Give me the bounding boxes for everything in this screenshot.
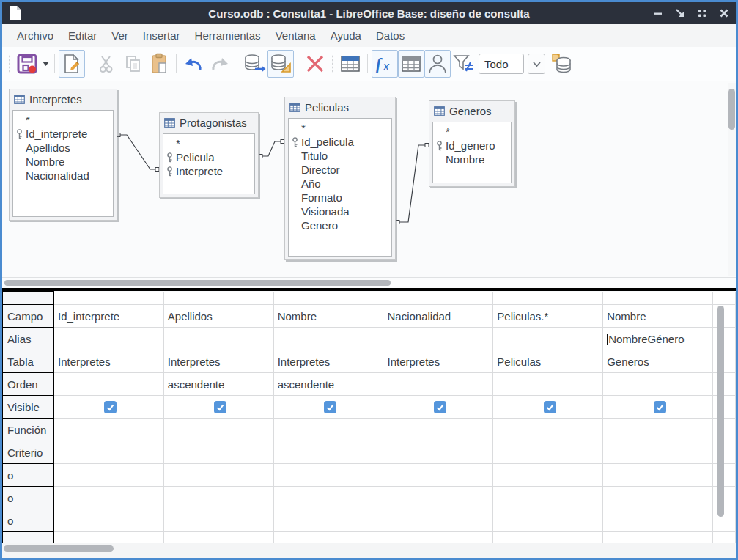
grid-cell-o2-4[interactable]: [493, 487, 603, 509]
grid-cell-tabla-0[interactable]: Interpretes: [53, 350, 163, 373]
table-field[interactable]: *: [289, 121, 391, 135]
grid-cell-funcion-2[interactable]: [273, 419, 383, 441]
scrollbar-thumb[interactable]: [728, 89, 735, 130]
redo-button[interactable]: [207, 50, 233, 78]
grid-cell-alias-5[interactable]: NombreGénero: [603, 328, 713, 350]
grid-cell-criterio-3[interactable]: [383, 441, 493, 464]
save-dropdown-arrow[interactable]: [40, 50, 51, 78]
menu-ver[interactable]: Ver: [104, 26, 136, 45]
table-header[interactable]: Protagonistas: [160, 113, 258, 132]
grid-cell-criterio-0[interactable]: [53, 441, 163, 464]
table-field[interactable]: Visionada: [289, 205, 391, 218]
design-view-button[interactable]: [267, 50, 294, 78]
clear-query-button[interactable]: [302, 50, 328, 78]
grid-cell-tabla-3[interactable]: Interpretes: [383, 350, 493, 373]
grid-cell-o1-0[interactable]: [53, 464, 163, 487]
table-field[interactable]: *: [163, 136, 254, 150]
grid-cell-funcion-4[interactable]: [493, 419, 603, 441]
grid-column-header[interactable]: [163, 292, 273, 305]
visible-checkbox-4[interactable]: [544, 401, 556, 413]
table-field[interactable]: Titulo: [289, 149, 391, 163]
grid-cell-o2-5[interactable]: [603, 487, 713, 509]
menu-archivo[interactable]: Archivo: [10, 26, 61, 45]
toolbar-grip[interactable]: [331, 54, 335, 73]
cut-button[interactable]: [93, 50, 119, 78]
table-field[interactable]: Id_interprete: [13, 127, 113, 141]
paste-button[interactable]: [146, 50, 172, 78]
grid-cell-o3-5[interactable]: [603, 509, 713, 532]
close-icon[interactable]: [718, 7, 730, 19]
menu-ayuda[interactable]: Ayuda: [323, 26, 369, 45]
grid-cell-o3-2[interactable]: [273, 509, 383, 532]
minimize-icon[interactable]: [652, 7, 664, 19]
table-header[interactable]: Generos: [429, 101, 514, 120]
scrollbar-thumb[interactable]: [4, 545, 114, 552]
grid-cell-orden-4[interactable]: [493, 373, 603, 396]
grid-cell-o3-4[interactable]: [493, 509, 603, 532]
grid-column-header[interactable]: [493, 292, 603, 305]
grid-cell-o1-5[interactable]: [603, 464, 713, 487]
grid-cell-o2-1[interactable]: [163, 487, 273, 509]
table-field[interactable]: Interprete: [163, 164, 254, 178]
grid-cell-campo-1[interactable]: Apellidos: [163, 305, 273, 328]
grid-cell-criterio-4[interactable]: [493, 441, 603, 464]
design-table-generos[interactable]: Generos * Id_genero Nombre: [429, 100, 515, 187]
grid-cell-o1-2[interactable]: [273, 464, 383, 487]
design-table-protagonistas[interactable]: Protagonistas * Pelicula Interprete: [159, 112, 259, 198]
table-field[interactable]: Formato: [289, 191, 391, 205]
grid-column-header[interactable]: [383, 292, 493, 305]
grid-cell-criterio-1[interactable]: [163, 441, 273, 464]
visible-checkbox-1[interactable]: [214, 401, 226, 413]
save-button[interactable]: [14, 50, 40, 78]
run-query-button[interactable]: [241, 50, 267, 78]
grid-cell-o1-3[interactable]: [383, 464, 493, 487]
grid-cell-o3-1[interactable]: [163, 509, 273, 532]
table-field[interactable]: Id_genero: [433, 139, 511, 152]
table-field[interactable]: Nombre: [13, 155, 113, 169]
grid-cell-funcion-3[interactable]: [383, 419, 493, 441]
scrollbar-thumb[interactable]: [4, 280, 391, 286]
grid-cell-o2-2[interactable]: [273, 487, 383, 509]
grid-cell-campo-3[interactable]: Nacionalidad: [383, 305, 493, 328]
menu-editar[interactable]: Editar: [61, 26, 104, 45]
grid-cell-alias-1[interactable]: [163, 328, 273, 350]
grid-vertical-scrollbar[interactable]: [717, 292, 725, 542]
menu-herramientas[interactable]: Herramientas: [188, 26, 268, 45]
grid-horizontal-scrollbar[interactable]: [2, 543, 736, 554]
visible-checkbox-0[interactable]: [104, 401, 117, 413]
table-field[interactable]: *: [13, 113, 113, 127]
table-field[interactable]: Id_pelicula: [289, 135, 391, 149]
workspaces-icon[interactable]: [696, 7, 708, 19]
design-vertical-scrollbar[interactable]: [728, 83, 736, 276]
menu-insertar[interactable]: Insertar: [136, 26, 188, 45]
query-design-canvas[interactable]: Interpretes * Id_interprete Apellidos No…: [2, 81, 736, 278]
grid-cell-campo-2[interactable]: Nombre: [273, 305, 383, 328]
limit-dropdown-button[interactable]: [528, 54, 545, 74]
grid-cell-orden-1[interactable]: ascendente: [163, 373, 273, 396]
grid-cell-campo-5[interactable]: Nombre: [603, 305, 713, 328]
visible-checkbox-3[interactable]: [434, 401, 446, 413]
table-field[interactable]: Genero: [289, 218, 391, 232]
table-name-button[interactable]: [398, 50, 424, 78]
grid-cell-o2-3[interactable]: [383, 487, 493, 509]
alias-button[interactable]: [424, 50, 451, 78]
table-field[interactable]: *: [433, 125, 511, 139]
table-field[interactable]: Director: [289, 163, 391, 177]
grid-cell-alias-2[interactable]: [273, 328, 383, 350]
grid-cell-orden-5[interactable]: [603, 373, 713, 396]
menu-datos[interactable]: Datos: [369, 26, 412, 45]
database-button[interactable]: [548, 50, 575, 78]
grid-cell-criterio-2[interactable]: [273, 441, 383, 464]
grid-cell-campo-0[interactable]: Id_interprete: [53, 305, 163, 328]
grid-cell-tabla-5[interactable]: Generos: [603, 350, 713, 373]
grid-cell-o1-1[interactable]: [163, 464, 273, 487]
grid-cell-orden-2[interactable]: ascendente: [273, 373, 383, 396]
grid-cell-orden-3[interactable]: [383, 373, 493, 396]
visible-checkbox-2[interactable]: [324, 401, 336, 413]
grid-cell-o3-0[interactable]: [53, 509, 163, 532]
table-header[interactable]: Peliculas: [285, 97, 395, 117]
menu-ventana[interactable]: Ventana: [268, 26, 323, 45]
edit-button[interactable]: [59, 50, 85, 78]
copy-button[interactable]: [119, 50, 146, 78]
limit-combobox[interactable]: Todo: [479, 54, 524, 74]
